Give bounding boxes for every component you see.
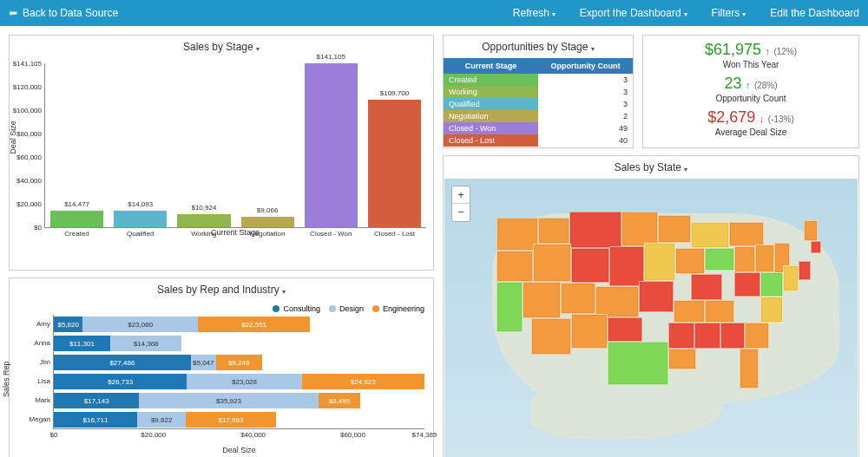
bar-qualified[interactable]: $14,093Qualified [108,63,172,227]
sales-by-rep-panel: Sales by Rep and Industry ▾ Consulting D… [9,277,434,457]
avg-pct: (-13%) [768,114,794,124]
sales-by-stage-chart: Deal Size $0$20,000$40,000$60,000$80,000… [10,63,433,270]
opp-table-header: Current Stage Opportunity Count [444,58,633,74]
chevron-down-icon: ▾ [256,45,260,53]
bar-megan[interactable]: Megan$16,711$9,822$17,983 [54,412,424,428]
sales-by-stage-title[interactable]: Sales by Stage ▾ [10,36,433,58]
sales-by-stage-panel: Sales by Stage ▾ Deal Size $0$20,000$40,… [9,35,434,271]
export-menu[interactable]: Export the Dashboard▾ [580,7,687,19]
bar-created[interactable]: $14,477Created [45,63,108,227]
won-label: Won This Year [648,60,853,69]
refresh-menu[interactable]: Refresh▾ [513,7,556,19]
sales-by-state-panel: Sales by State ▾ + − [443,155,859,457]
sales-by-rep-chart: Sales Rep Deal Size Amy$5,820$23,080$22,… [10,315,433,457]
bar-jim[interactable]: Jim$27,486$5,047$9,248 [54,355,424,370]
chevron-down-icon: ▾ [282,288,286,296]
back-label: Back to Data Source [23,7,118,19]
table-row[interactable]: Created3 [444,74,633,86]
table-row[interactable]: Closed - Won49 [444,122,633,134]
legend-consulting[interactable]: Consulting [273,304,320,313]
legend-engineering[interactable]: Engineering [372,304,424,313]
chevron-down-icon: ▾ [742,10,746,18]
kpi-panel: $61,975 ↑ (12%) Won This Year 23 ↑ (28%)… [642,35,859,148]
arrow-left-icon: ⬅ [9,7,17,19]
filters-menu[interactable]: Filters▾ [712,7,746,19]
won-pct: (12%) [773,47,797,56]
y-axis-label: Sales Rep [2,361,10,397]
count-value: 23 [724,75,741,92]
sales-by-state-title[interactable]: Sales by State ▾ [444,156,858,179]
chevron-down-icon: ▾ [684,166,687,173]
bar-mark[interactable]: Mark$17,143$35,923$8,495 [54,393,424,408]
col-opportunity-count: Opportunity Count [538,58,633,74]
back-link[interactable]: ⬅ Back to Data Source [9,7,118,19]
won-value: $61,975 [705,41,761,58]
zoom-control: + − [451,186,470,222]
table-row[interactable]: Qualified3 [444,98,633,110]
bar-anna[interactable]: Anna$11,301$14,368 [54,336,424,351]
table-row[interactable]: Negotiation2 [444,110,633,122]
legend: Consulting Design Engineering [10,301,433,315]
table-row[interactable]: Closed - Lost40 [444,134,633,147]
bar-lisa[interactable]: Lisa$26,733$23,028$24,623 [54,374,424,389]
arrow-down-icon: ↓ [760,114,765,124]
chevron-down-icon: ▾ [552,10,556,18]
zoom-in-button[interactable]: + [452,186,470,204]
count-pct: (28%) [754,81,778,90]
bar-negotiation[interactable]: $9,066Negotiation [236,63,299,227]
legend-design[interactable]: Design [329,304,364,313]
avg-value: $2,679 [707,108,755,126]
table-row[interactable]: Working3 [444,86,633,98]
bar-working[interactable]: $10,924Working [172,63,235,227]
chevron-down-icon: ▾ [591,45,595,53]
col-current-stage: Current Stage [444,58,538,74]
arrow-up-icon: ↑ [765,46,770,56]
bar-closed-lost[interactable]: $109,700Closed - Lost [363,63,426,227]
bar-amy[interactable]: Amy$5,820$23,080$22,551 [54,317,424,332]
avg-label: Average Deal Size [648,127,853,137]
edit-dashboard-link[interactable]: Edit the Dashboard [770,7,859,19]
bar-closed-won[interactable]: $141,105Closed - Won [299,63,363,227]
chevron-down-icon: ▾ [684,10,687,18]
zoom-out-button[interactable]: − [452,204,470,221]
x-axis-label: Deal Size [222,446,256,454]
count-label: Opportunity Count [648,94,853,103]
map[interactable]: + − [444,179,858,457]
opportunities-panel: Opportunities by Stage ▾ Current Stage O… [443,35,634,148]
opportunities-title[interactable]: Opportunities by Stage ▾ [444,36,633,58]
sales-by-rep-title[interactable]: Sales by Rep and Industry ▾ [10,278,433,301]
arrow-up-icon: ↑ [746,80,751,90]
